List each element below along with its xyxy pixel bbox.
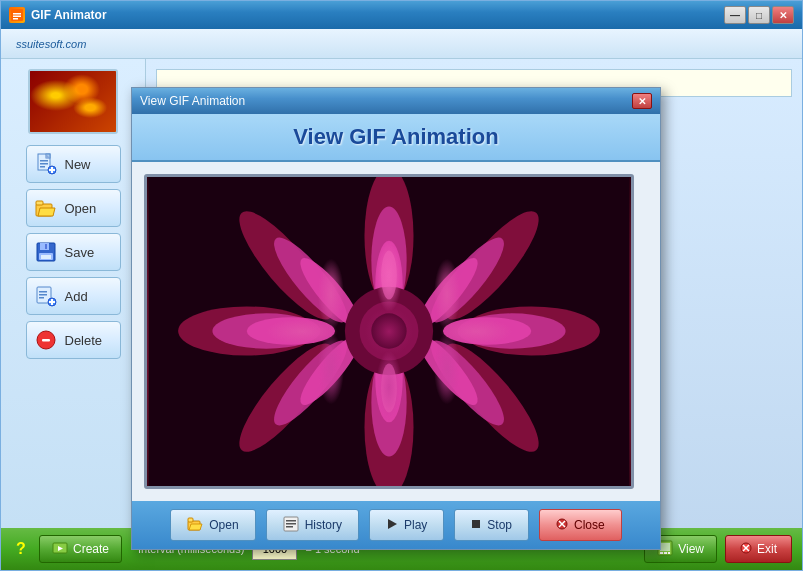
svg-point-31 bbox=[364, 358, 413, 486]
svg-point-52 bbox=[293, 329, 368, 412]
delete-label: Delete bbox=[65, 333, 103, 348]
history-icon bbox=[283, 516, 299, 535]
brand-bar: ssuitesoft.com bbox=[1, 29, 802, 59]
modal-stop-button[interactable]: Stop bbox=[454, 509, 529, 541]
svg-point-49 bbox=[443, 317, 531, 344]
app-icon bbox=[9, 7, 25, 23]
svg-rect-12 bbox=[49, 169, 55, 171]
new-label: New bbox=[65, 157, 91, 172]
svg-rect-26 bbox=[49, 301, 55, 303]
maximize-button[interactable]: □ bbox=[748, 6, 770, 24]
window-controls: — □ ✕ bbox=[724, 6, 794, 24]
play-icon bbox=[386, 518, 398, 533]
svg-point-46 bbox=[375, 241, 402, 329]
svg-rect-76 bbox=[668, 552, 670, 554]
modal-header: View GIF Animation bbox=[132, 114, 660, 162]
modal-content bbox=[132, 162, 660, 501]
main-window: GIF Animator — □ ✕ ssuitesoft.com bbox=[0, 0, 803, 571]
svg-rect-16 bbox=[40, 243, 49, 250]
svg-rect-23 bbox=[39, 297, 44, 299]
svg-point-53 bbox=[410, 329, 485, 412]
svg-rect-2 bbox=[13, 16, 21, 18]
svg-rect-1 bbox=[13, 13, 21, 15]
new-button[interactable]: New bbox=[26, 145, 121, 183]
svg-rect-19 bbox=[41, 255, 51, 259]
svg-point-58 bbox=[381, 363, 397, 412]
svg-point-33 bbox=[463, 306, 600, 355]
modal-history-button[interactable]: History bbox=[266, 509, 359, 541]
content-area: New Open bbox=[1, 59, 802, 528]
thumbnail-image bbox=[30, 71, 116, 132]
gif-preview bbox=[144, 174, 634, 489]
svg-rect-60 bbox=[188, 518, 193, 522]
modal-title-close-button[interactable]: ✕ bbox=[632, 93, 652, 109]
save-button[interactable]: Save bbox=[26, 233, 121, 271]
svg-rect-66 bbox=[472, 520, 480, 528]
modal-dialog: View GIF Animation ✕ View GIF Animation bbox=[131, 87, 661, 550]
modal-stop-label: Stop bbox=[487, 518, 512, 532]
delete-button[interactable]: Delete bbox=[26, 321, 121, 359]
svg-point-48 bbox=[247, 317, 335, 344]
svg-rect-64 bbox=[286, 526, 293, 528]
exit-button[interactable]: Exit bbox=[725, 535, 792, 563]
svg-rect-8 bbox=[40, 163, 48, 165]
svg-rect-21 bbox=[39, 291, 47, 293]
svg-point-57 bbox=[381, 251, 397, 300]
app-title: GIF Animator bbox=[31, 8, 107, 22]
save-icon bbox=[35, 241, 57, 263]
modal-title: View GIF Animation bbox=[140, 94, 245, 108]
svg-rect-28 bbox=[42, 339, 50, 342]
view-label: View bbox=[678, 542, 704, 556]
svg-rect-62 bbox=[286, 520, 296, 522]
modal-open-button[interactable]: Open bbox=[170, 509, 255, 541]
svg-rect-63 bbox=[286, 523, 296, 525]
svg-point-51 bbox=[410, 251, 485, 334]
brand-text: ssuitesoft.com bbox=[16, 38, 86, 50]
preview-thumbnail bbox=[28, 69, 118, 134]
svg-point-55 bbox=[360, 302, 419, 361]
exit-label: Exit bbox=[757, 542, 777, 556]
add-label: Add bbox=[65, 289, 88, 304]
svg-rect-22 bbox=[39, 294, 47, 296]
title-bar: GIF Animator — □ ✕ bbox=[1, 1, 802, 29]
svg-point-44 bbox=[265, 332, 357, 434]
svg-point-32 bbox=[178, 306, 315, 355]
open-icon bbox=[35, 197, 57, 219]
modal-history-label: History bbox=[305, 518, 342, 532]
svg-point-45 bbox=[422, 332, 514, 434]
svg-point-50 bbox=[293, 251, 368, 334]
modal-play-label: Play bbox=[404, 518, 427, 532]
svg-point-40 bbox=[212, 313, 320, 348]
stop-icon bbox=[471, 518, 481, 532]
minimize-button[interactable]: — bbox=[724, 6, 746, 24]
open-button[interactable]: Open bbox=[26, 189, 121, 227]
svg-rect-75 bbox=[664, 552, 667, 554]
svg-point-42 bbox=[265, 229, 357, 331]
close-window-button[interactable]: ✕ bbox=[772, 6, 794, 24]
dahlia-image bbox=[147, 177, 631, 486]
help-icon[interactable]: ? bbox=[11, 540, 31, 558]
svg-point-38 bbox=[371, 206, 406, 314]
svg-point-30 bbox=[364, 177, 413, 305]
modal-close-label: Close bbox=[574, 518, 605, 532]
svg-point-47 bbox=[375, 334, 402, 422]
create-button[interactable]: Create bbox=[39, 535, 122, 563]
svg-point-39 bbox=[371, 349, 406, 457]
svg-rect-3 bbox=[13, 18, 18, 20]
create-label: Create bbox=[73, 542, 109, 556]
svg-rect-7 bbox=[40, 160, 48, 162]
add-button[interactable]: Add bbox=[26, 277, 121, 315]
svg-rect-74 bbox=[660, 552, 663, 554]
delete-icon bbox=[35, 329, 57, 351]
modal-close-button[interactable]: Close bbox=[539, 509, 622, 541]
modal-header-text: View GIF Animation bbox=[293, 124, 498, 149]
modal-open-label: Open bbox=[209, 518, 238, 532]
svg-rect-9 bbox=[40, 166, 45, 168]
new-icon bbox=[35, 153, 57, 175]
svg-rect-17 bbox=[45, 244, 47, 249]
svg-rect-14 bbox=[36, 201, 43, 205]
add-icon bbox=[35, 285, 57, 307]
modal-play-button[interactable]: Play bbox=[369, 509, 444, 541]
close-icon bbox=[556, 518, 568, 533]
save-label: Save bbox=[65, 245, 95, 260]
